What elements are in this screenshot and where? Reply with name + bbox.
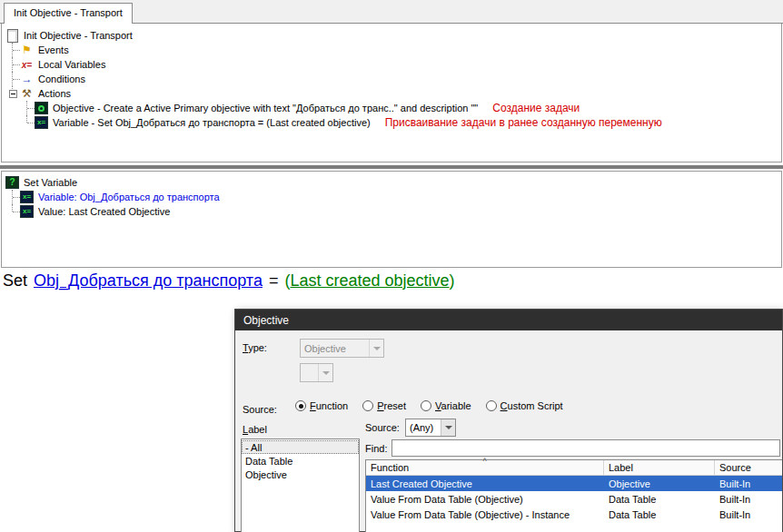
collapse-icon[interactable] xyxy=(9,90,17,98)
trigger-editor-window: Init Objective - Transport Init Objectiv… xyxy=(0,0,783,532)
radio-label: Variable xyxy=(435,400,471,411)
dialog-body: Type: Objective Source: Function Preset xyxy=(235,330,782,532)
statement-function-link[interactable]: Last created objective xyxy=(290,271,449,291)
statement-line: Set Obj_Добраться до транспорта = (Last … xyxy=(3,271,455,291)
actions-hammer-icon: ⚒ xyxy=(20,87,34,100)
label-listbox: - All Data Table Objective xyxy=(241,438,360,532)
tree-indent xyxy=(5,101,20,115)
tree-connector xyxy=(5,190,20,204)
horizontal-splitter[interactable] xyxy=(0,165,783,169)
statement-variable-link[interactable]: Obj_Добраться до транспорта xyxy=(34,271,263,291)
radio-selected-icon xyxy=(295,400,306,411)
detail-value-row[interactable]: x= Value: Last Created Objective xyxy=(2,204,781,219)
tree-connector xyxy=(5,72,20,86)
tree-item-actions[interactable]: ⚒ Actions xyxy=(2,86,781,101)
radio-variable[interactable]: Variable xyxy=(421,400,471,411)
dialog-title-bar[interactable]: Objective xyxy=(235,310,782,330)
list-item-label: - All xyxy=(245,442,262,453)
chevron-shape xyxy=(373,347,381,350)
statement-keyword: Set xyxy=(3,271,27,291)
trigger-tree-panel: Init Objective - Transport ⚑ Events x= L… xyxy=(1,24,782,163)
tree-item-local-variables[interactable]: x= Local Variables xyxy=(2,57,781,72)
radio-label: Preset xyxy=(377,400,406,411)
cell-source: Built-In xyxy=(715,509,782,520)
tree-root-label: Init Objective - Transport xyxy=(22,30,134,41)
action-comment: Присваивание задачи в ранее созданную пе… xyxy=(385,116,662,129)
tree-root-row[interactable]: Init Objective - Transport xyxy=(2,28,781,43)
cell-function: Last Created Objective xyxy=(366,478,604,489)
list-item-label: Data Table xyxy=(245,456,292,467)
objective-ring-icon xyxy=(38,105,45,112)
action-comment: Создание задачи xyxy=(492,102,580,114)
statement-equals: = xyxy=(269,271,279,291)
radio-label: Function xyxy=(310,400,348,411)
radio-icon xyxy=(421,400,431,411)
set-variable-icon: ? xyxy=(5,176,19,189)
subtype-dropdown xyxy=(300,363,333,382)
detail-set-variable-row[interactable]: ? Set Variable xyxy=(2,175,781,190)
label-item-objective[interactable]: Objective xyxy=(242,468,359,481)
tree-connector xyxy=(5,57,20,72)
table-row[interactable]: Value From Data Table (Objective) Data T… xyxy=(366,491,782,507)
objective-dialog: Objective Type: Objective Source: Functi… xyxy=(234,309,783,532)
radio-label: Custom Script xyxy=(501,400,563,411)
tree-connector xyxy=(20,115,35,130)
tree-item-label: Events xyxy=(36,44,71,55)
variable-action-icon: x= xyxy=(35,116,48,129)
radio-function[interactable]: Function xyxy=(295,400,348,411)
source-radio-group: Function Preset Variable Custom Script xyxy=(295,400,578,411)
detail-variable-row[interactable]: x= Variable: Obj_Добраться до транспорта xyxy=(2,190,781,204)
statement-close-paren: ) xyxy=(450,271,455,291)
cell-source: Built-In xyxy=(715,494,782,505)
action-text: Variable - Set Obj_Добраться до транспор… xyxy=(51,117,372,128)
type-label: Type: xyxy=(243,342,267,353)
detail-value-text: Value: Last Created Objective xyxy=(36,206,172,217)
table-row[interactable]: Value From Data Table (Objective) - Inst… xyxy=(366,507,782,522)
column-header-label: Label xyxy=(609,462,633,473)
cell-label: Data Table xyxy=(604,494,715,505)
column-header-function[interactable]: Function ^ xyxy=(366,460,604,475)
source-label: Source: xyxy=(243,404,277,415)
source-filter-label: Source: xyxy=(365,422,400,433)
label-item-data-table[interactable]: Data Table xyxy=(242,454,359,468)
tree-item-events[interactable]: ⚑ Events xyxy=(2,43,781,57)
objective-action-icon xyxy=(35,102,48,114)
chevron-down-icon xyxy=(441,419,455,436)
find-input[interactable] xyxy=(392,439,780,457)
tree-item-conditions[interactable]: → Conditions xyxy=(2,72,781,86)
detail-variable-text: Variable: Obj_Добраться до транспорта xyxy=(36,192,222,202)
table-row-last-created-objective[interactable]: Last Created Objective Objective Built-I… xyxy=(366,476,782,491)
chevron-shape xyxy=(445,426,452,429)
tree-action-set-variable[interactable]: x= Variable - Set Obj_Добраться до транс… xyxy=(2,115,781,130)
tree-connector xyxy=(5,43,20,57)
tree-action-objective[interactable]: Objective - Create a Active Primary obje… xyxy=(2,101,781,115)
value-chip-icon: x= xyxy=(20,205,34,218)
sort-ascending-icon: ^ xyxy=(482,457,486,466)
tab-bar: Init Objective - Transport xyxy=(0,0,783,24)
cell-function: Value From Data Table (Objective) - Inst… xyxy=(366,509,604,520)
source-filter-dropdown[interactable]: (Any) xyxy=(405,419,456,437)
find-label: Find: xyxy=(365,443,387,454)
tree-item-label: Actions xyxy=(36,88,73,99)
tab-init-objective-transport[interactable]: Init Objective - Transport xyxy=(4,3,133,24)
radio-icon xyxy=(362,400,373,411)
column-header-label: Function xyxy=(371,462,409,473)
cell-label: Data Table xyxy=(604,509,715,520)
variable-chip-icon: x= xyxy=(20,191,34,203)
tab-label: Init Objective - Transport xyxy=(14,7,123,18)
type-label-rest: ype: xyxy=(248,342,267,353)
type-dropdown: Objective xyxy=(300,339,384,358)
chevron-shape xyxy=(322,371,330,375)
variable-glyph: x= xyxy=(37,119,45,126)
column-header-source[interactable]: Source xyxy=(715,460,782,475)
label-label: Label xyxy=(243,424,267,435)
label-item-all[interactable]: - All xyxy=(242,440,359,454)
radio-preset[interactable]: Preset xyxy=(362,400,406,411)
column-header-label-col[interactable]: Label xyxy=(604,460,715,475)
chevron-down-icon xyxy=(369,340,383,357)
tree-item-label: Local Variables xyxy=(36,59,107,70)
tree-indent xyxy=(5,115,20,130)
column-header-label: Source xyxy=(719,462,751,473)
radio-icon xyxy=(486,400,497,411)
radio-custom-script[interactable]: Custom Script xyxy=(486,400,563,411)
